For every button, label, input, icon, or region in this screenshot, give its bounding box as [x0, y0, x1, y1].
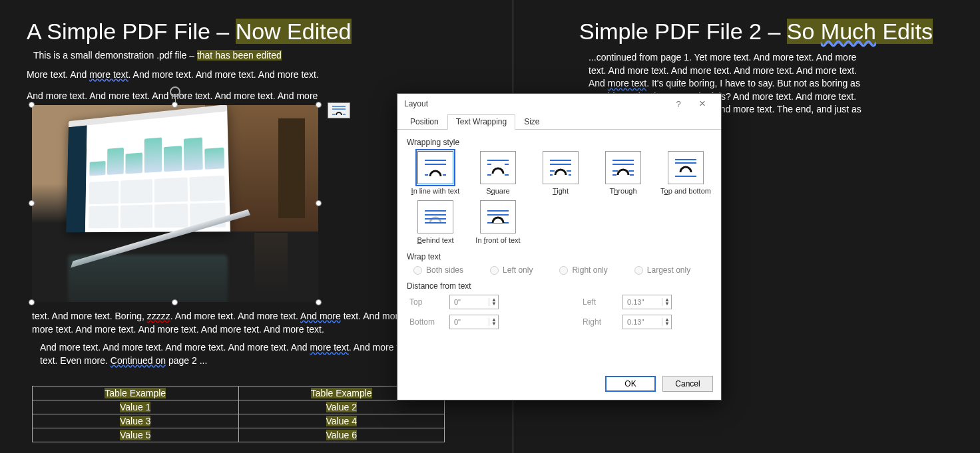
cancel-button[interactable]: Cancel: [662, 376, 713, 392]
help-button[interactable]: ?: [666, 99, 690, 109]
dialog-title-bar[interactable]: Layout ? ×: [397, 94, 721, 114]
t: More text. And: [27, 69, 89, 80]
wrap-topbottom-icon: [668, 151, 704, 184]
v: 0": [454, 298, 461, 306]
handle-sw[interactable]: [29, 299, 35, 305]
handle-e[interactable]: [316, 200, 322, 206]
distance-label: Distance from text: [407, 281, 712, 291]
ok-button[interactable]: OK: [605, 376, 656, 392]
wrap-topbottom-label: Top and bottom: [657, 187, 714, 195]
inserted-image[interactable]: [32, 105, 318, 302]
td[interactable]: Value 4: [326, 416, 357, 426]
handle-w[interactable]: [29, 200, 35, 206]
more-text-squiggle: more text: [89, 69, 128, 80]
handle-s[interactable]: [172, 299, 178, 305]
wrap-inline-label: In line with text: [407, 187, 464, 195]
t: Both sides: [426, 265, 463, 275]
distance-grid: Top 0"▲▼ Left 0.13"▲▼ Bottom 0"▲▼ Right …: [409, 295, 712, 329]
radio-both: Both sides: [413, 265, 463, 275]
wrapping-style-label: Wrapping style: [407, 138, 712, 147]
td[interactable]: Value 5: [120, 430, 150, 440]
wrap-through-icon: [605, 151, 641, 184]
wrap-infront-icon: [480, 200, 516, 233]
top-label: Top: [409, 297, 449, 307]
wrap-square[interactable]: Square: [469, 151, 527, 195]
tab-text-wrapping[interactable]: Text Wrapping: [447, 114, 515, 130]
t: So: [787, 19, 821, 44]
radio-both-input: [413, 266, 422, 275]
th2[interactable]: Table Example: [311, 388, 372, 398]
selected-image[interactable]: [32, 105, 318, 302]
example-table[interactable]: Table Example Table Example Value 1Value…: [32, 386, 445, 442]
zzzzz-error: zzzzz: [147, 311, 170, 321]
wrap-topbottom[interactable]: Top and bottom: [657, 151, 714, 195]
wrap-through-label: Through: [595, 187, 652, 195]
v: 0.13": [627, 298, 644, 306]
t: Left only: [503, 265, 533, 275]
page1-title[interactable]: A Simple PDF File – Now Edited: [27, 19, 486, 45]
table-row: Value 5Value 6: [33, 428, 445, 442]
bottom-spinner: 0"▲▼: [449, 315, 499, 329]
wrap-through[interactable]: Through: [595, 151, 652, 195]
wrap-square-label: Square: [469, 187, 527, 195]
layout-options-chip[interactable]: [328, 102, 350, 118]
more-text-sq: more text: [608, 78, 646, 88]
page1-subtitle[interactable]: This is a small demonstration .pdf file …: [33, 50, 486, 61]
handle-nw[interactable]: [29, 102, 35, 108]
wrap-behind[interactable]: Behind text: [407, 200, 464, 244]
wrap-inline-icon: [417, 151, 453, 184]
t: Right only: [572, 265, 607, 275]
handle-se[interactable]: [316, 299, 322, 305]
radio-right-input: [559, 266, 568, 275]
and-more-squiggle: And more: [300, 311, 341, 321]
t: And more text. And more text. And more t…: [40, 342, 310, 353]
t: Largest only: [647, 265, 690, 275]
td[interactable]: Value 2: [326, 402, 357, 412]
radio-largest: Largest only: [634, 265, 690, 275]
table-row: Value 3Value 4: [33, 414, 445, 428]
page2-title[interactable]: Simple PDF File 2 – So Much Edits: [579, 19, 965, 45]
close-button[interactable]: ×: [690, 97, 714, 110]
th1[interactable]: Table Example: [105, 388, 166, 398]
bottom-label: Bottom: [409, 317, 449, 327]
dialog-tabs: Position Text Wrapping Size: [397, 114, 721, 130]
t: . And more text. And more text.: [170, 311, 300, 321]
t: Edits: [876, 19, 933, 44]
dialog-buttons: OK Cancel: [605, 376, 713, 392]
continued-on-squiggle: Continued on: [111, 355, 166, 366]
spinner-arrows-icon: ▲▼: [489, 298, 497, 306]
wrap-infront[interactable]: In front of text: [469, 200, 527, 244]
para-3[interactable]: text. And more text. Boring, zzzzz. And …: [32, 310, 458, 336]
td[interactable]: Value 6: [326, 430, 357, 440]
title-text: A Simple PDF File –: [27, 19, 236, 44]
title-highlight: Now Edited: [236, 19, 352, 44]
para-1[interactable]: More text. And more text. And more text.…: [27, 69, 453, 82]
handle-n[interactable]: [172, 102, 178, 108]
t: . It's quite boring, I have to say. But …: [646, 78, 860, 88]
table-row: Value 1Value 2: [33, 400, 445, 414]
spinner-arrows-icon: ▲▼: [662, 318, 670, 326]
para-2[interactable]: And more text. And more text. And more t…: [27, 90, 453, 103]
layout-dialog: Layout ? × Position Text Wrapping Size W…: [397, 93, 722, 400]
wrap-tight[interactable]: Tight: [532, 151, 589, 195]
subtitle-highlight: that has been edited: [197, 50, 282, 61]
td[interactable]: Value 1: [120, 402, 150, 412]
para-4[interactable]: And more text. And more text. And more t…: [40, 341, 458, 367]
tab-size[interactable]: Size: [515, 114, 548, 130]
radio-left-input: [490, 266, 499, 275]
after-image-block: text. And more text. Boring, zzzzz. And …: [32, 310, 458, 375]
t: Simple PDF File 2 –: [579, 19, 787, 44]
left-spinner: 0.13"▲▼: [622, 295, 672, 309]
wrap-inline[interactable]: In line with text: [407, 151, 464, 195]
handle-ne[interactable]: [316, 102, 322, 108]
v: 0.13": [627, 318, 644, 326]
more-text-squiggle-2: more text: [310, 342, 348, 353]
wrap-text-label: Wrap text: [407, 252, 712, 261]
tab-position[interactable]: Position: [401, 114, 447, 130]
wrap-behind-icon: [417, 200, 453, 233]
wrap-square-icon: [480, 151, 516, 184]
left-label: Left: [583, 297, 622, 307]
wrapping-style-grid: In line with text Square Tight Through T…: [407, 151, 712, 244]
td[interactable]: Value 3: [120, 416, 150, 426]
right-label: Right: [583, 317, 622, 327]
